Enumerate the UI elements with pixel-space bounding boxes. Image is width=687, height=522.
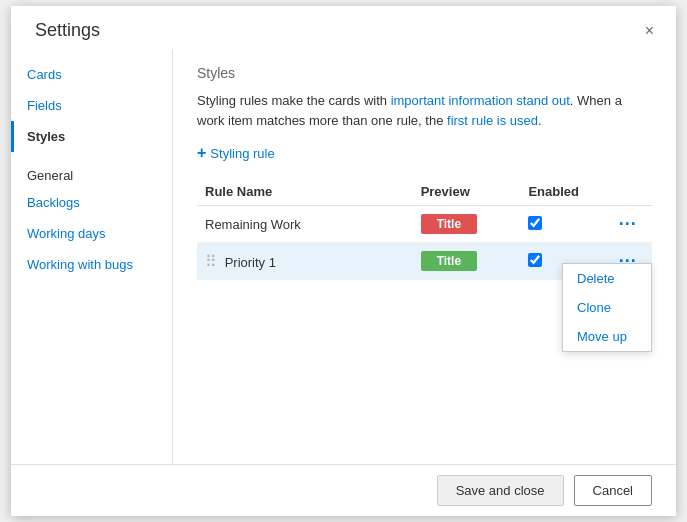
preview-cell: Title [413, 206, 521, 243]
table-row: ⠿ Priority 1 Title ··· [197, 243, 652, 280]
preview-cell: Title [413, 243, 521, 280]
dialog-title: Settings [35, 20, 100, 41]
drag-handle-icon: ⠿ [205, 253, 217, 270]
enabled-cell [520, 206, 606, 243]
sidebar-item-fields[interactable]: Fields [11, 90, 172, 121]
info-text: Styling rules make the cards with import… [197, 91, 652, 130]
close-button[interactable]: × [639, 21, 660, 41]
table-row: Remaining Work Title ··· [197, 206, 652, 243]
context-menu-item-clone[interactable]: Clone [563, 293, 651, 322]
preview-badge: Title [421, 214, 477, 234]
sidebar-item-working-days[interactable]: Working days [11, 218, 172, 249]
rule-name-cell: ⠿ Priority 1 [197, 243, 413, 280]
sidebar-group-general: General [11, 158, 172, 187]
context-menu-item-move-up[interactable]: Move up [563, 322, 651, 351]
actions-cell: ··· Delete Clone Move up [607, 243, 652, 280]
dialog-footer: Save and close Cancel [11, 464, 676, 516]
col-header-rule-name: Rule Name [197, 178, 413, 206]
col-header-actions [607, 178, 652, 206]
plus-icon: + [197, 144, 206, 162]
add-styling-rule-button[interactable]: + Styling rule [197, 144, 275, 162]
sidebar-section-main: Cards Fields Styles [11, 59, 172, 152]
table-header: Rule Name Preview Enabled [197, 178, 652, 206]
sidebar-section-general: General Backlogs Working days Working wi… [11, 158, 172, 280]
rules-table: Rule Name Preview Enabled Remaining Work… [197, 178, 652, 280]
col-header-preview: Preview [413, 178, 521, 206]
settings-dialog: Settings × Cards Fields Styles General B… [11, 6, 676, 516]
sidebar: Cards Fields Styles General Backlogs Wor… [11, 49, 173, 464]
preview-badge: Title [421, 251, 477, 271]
main-content: Styles Styling rules make the cards with… [173, 49, 676, 464]
actions-cell: ··· [607, 206, 652, 243]
sidebar-item-backlogs[interactable]: Backlogs [11, 187, 172, 218]
rule-name-cell: Remaining Work [197, 206, 413, 243]
dialog-body: Cards Fields Styles General Backlogs Wor… [11, 49, 676, 464]
context-menu: Delete Clone Move up [562, 263, 652, 352]
cancel-button[interactable]: Cancel [574, 475, 652, 506]
col-header-enabled: Enabled [520, 178, 606, 206]
sidebar-item-styles[interactable]: Styles [11, 121, 172, 152]
save-and-close-button[interactable]: Save and close [437, 475, 564, 506]
sidebar-item-cards[interactable]: Cards [11, 59, 172, 90]
enabled-checkbox[interactable] [528, 216, 542, 230]
context-menu-item-delete[interactable]: Delete [563, 264, 651, 293]
more-actions-button[interactable]: ··· [615, 215, 641, 233]
section-title: Styles [197, 65, 652, 81]
sidebar-item-working-with-bugs[interactable]: Working with bugs [11, 249, 172, 280]
enabled-checkbox[interactable] [528, 253, 542, 267]
dialog-header: Settings × [11, 6, 676, 49]
